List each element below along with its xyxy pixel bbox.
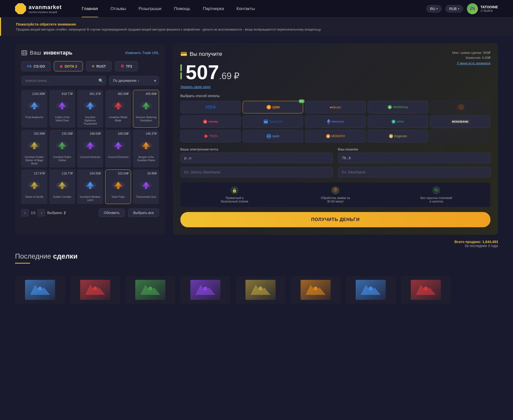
- item-card[interactable]: 619.77₽ Codicil of the Veiled Ones: [49, 90, 75, 128]
- pagination-row: ‹ 1/1 › Выбрано: 2 Обновить Выбрать все: [21, 208, 159, 217]
- svg-point-56: [148, 287, 152, 291]
- item-card[interactable]: 233.36₽ Inscribed Sullen Hollow: [49, 130, 75, 167]
- tab-csgo[interactable]: CS CS:GO: [21, 61, 51, 71]
- payment-qiwi[interactable]: 0% Q QIWI: [243, 101, 303, 113]
- payment-monero[interactable]: M MONERO: [305, 130, 365, 142]
- currency-selector[interactable]: RUB ▾: [445, 5, 463, 13]
- nav-partner[interactable]: Партнерка: [203, 6, 224, 11]
- payment-dogecoin[interactable]: Ð Dogecoin: [368, 130, 428, 142]
- nav-home[interactable]: Главная: [82, 6, 98, 11]
- custom-price-link[interactable]: Указать свою цену: [180, 85, 239, 89]
- payment-visa[interactable]: VISA: [180, 101, 241, 113]
- payment-bitcoin[interactable]: ●bitcoin: [305, 101, 365, 113]
- item-price: 30.95₽: [135, 172, 157, 175]
- nav-reviews[interactable]: Отзывы: [110, 6, 126, 11]
- rust-icon: ⊕: [92, 64, 94, 68]
- search-input[interactable]: [21, 76, 106, 85]
- payment-grid: VISA 0% Q QIWI ●bitcoin W WebMoney: [180, 101, 490, 142]
- payment-webmoney[interactable]: W WebMoney: [368, 101, 428, 113]
- svg-point-4: [61, 103, 63, 105]
- item-card[interactable]: 146.37₽ Apogee of the Guardian Flame: [133, 130, 159, 167]
- prev-page-button[interactable]: ‹: [21, 209, 29, 217]
- item-name: Codicil of the Veiled Ones: [52, 116, 73, 122]
- submit-button[interactable]: ПОЛУЧИТЬ ДЕНЬГИ: [180, 212, 490, 227]
- item-name: Leviathan Whale Blade: [107, 116, 129, 122]
- item-name: Inscribed Golden Basher of Mage Skulls: [24, 155, 45, 165]
- tab-tf2[interactable]: ⚙ TF2: [115, 61, 138, 71]
- inventory-header: Ваш инвентарь Изменить Trade URL: [21, 50, 159, 56]
- select-all-button[interactable]: Выбрать все: [128, 208, 159, 217]
- svg-point-66: [424, 287, 428, 291]
- logo-subtitle: скупка игровых вещей: [29, 11, 62, 14]
- item-card[interactable]: 601.37₽ Inscribed Righteous Thunderbolt: [77, 90, 103, 128]
- user-menu[interactable]: 🎮 TATOOINE ⊙ Выйти: [467, 3, 498, 14]
- inventory-icon: [21, 50, 27, 56]
- item-card[interactable]: 30.95₽ Transversant Soul: [133, 169, 159, 204]
- amount-decimal: .69: [219, 71, 231, 81]
- tether-icon: ₮ tether: [391, 119, 405, 124]
- amount-main: 507 .69 ₽: [186, 62, 239, 82]
- privat24-icon: П24 Приват24: [264, 119, 283, 124]
- chevron-down-icon: ▾: [458, 7, 459, 11]
- item-card[interactable]: 189.03₽ Concord Dominion: [105, 130, 131, 167]
- tab-dota2[interactable]: ◈ DOTA 2: [54, 61, 83, 71]
- trade-url-link[interactable]: Изменить Trade URL: [125, 51, 159, 55]
- svg-point-30: [145, 183, 147, 185]
- game-tabs: CS CS:GO ◈ DOTA 2 ⊕ RUST ⚙ TF2: [21, 61, 159, 71]
- main-nav: Главная Отзывы Розыгрыши Помощь Партнерк…: [82, 6, 426, 11]
- list-item: [125, 276, 175, 304]
- sort-select[interactable]: По дешевизне ↑: [109, 76, 159, 85]
- nav-contacts[interactable]: Контакты: [236, 6, 255, 11]
- item-card[interactable]: 102.04₽ Solar Forge: [105, 169, 131, 204]
- refresh-button[interactable]: Обновить: [98, 208, 125, 217]
- surname-input[interactable]: [338, 167, 490, 177]
- promo-link[interactable]: У меня есть промокод: [457, 61, 490, 65]
- deal-image: [25, 280, 55, 300]
- user-name: TATOOINE: [480, 5, 498, 9]
- language-selector[interactable]: RU ▾: [426, 5, 442, 13]
- feature-private-text: Приватный и безопасный платеж: [218, 196, 251, 203]
- email-input[interactable]: [180, 153, 333, 163]
- item-card[interactable]: 405.65₽ Genuine Skittering Desolation: [133, 90, 159, 128]
- item-name: Inscribed Hidrakan Latch: [79, 195, 101, 202]
- fullname-input[interactable]: [180, 167, 333, 177]
- item-image: [52, 97, 73, 114]
- item-card[interactable]: 332.89₽ Inscribed Golden Basher of Mage …: [21, 130, 47, 167]
- next-page-button[interactable]: ›: [38, 209, 45, 217]
- feature-processing-text: Обработка заявки за 30-60 минут: [319, 196, 352, 203]
- item-price: 102.04₽: [107, 172, 129, 175]
- payment-monobank[interactable]: MONOBANK: [430, 115, 490, 128]
- payment-ripple[interactable]: ripple: [243, 130, 303, 142]
- wallet-input[interactable]: [338, 153, 490, 163]
- item-name: Transversant Soul: [135, 195, 157, 198]
- amount-bars: [180, 62, 182, 79]
- item-name: Inscribed Righteous Thunderbolt: [79, 116, 101, 125]
- deal-image: [301, 280, 331, 300]
- item-card[interactable]: 104.55₽ Inscribed Hidrakan Latch: [77, 169, 103, 204]
- item-price: 189.03₽: [107, 132, 129, 135]
- item-card[interactable]: 1242.89₽ Frost Avalanche: [21, 90, 47, 128]
- wallet-label: Ваш кошелек: [338, 147, 490, 151]
- item-image: [135, 176, 157, 194]
- logo[interactable]: avanmarket скупка игровых вещей: [15, 3, 62, 14]
- nav-giveaways[interactable]: Розыгрыши: [139, 6, 161, 11]
- payment-tron[interactable]: TRON: [180, 130, 241, 142]
- item-card[interactable]: 118.77₽ Golden Cyrridae: [49, 169, 75, 204]
- nav-help[interactable]: Помощь: [174, 6, 190, 11]
- avatar: 🎮: [467, 3, 478, 14]
- tab-rust[interactable]: ⊕ RUST: [86, 61, 112, 71]
- payment-privat24[interactable]: П24 Приват24: [243, 115, 303, 128]
- item-price: 1242.89₽: [24, 92, 45, 96]
- payment-ethereum[interactable]: ethereum: [305, 115, 365, 128]
- item-image: [52, 176, 73, 194]
- item-price: 127.97₽: [24, 172, 45, 175]
- item-image: [24, 176, 45, 194]
- webmoney-icon: W WebMoney: [388, 105, 408, 109]
- item-card[interactable]: 189.03₽ Concord Dominion: [77, 130, 103, 167]
- search-button[interactable]: 🔍: [98, 78, 103, 83]
- payment-money[interactable]: 10 money: [180, 115, 241, 128]
- logout-link[interactable]: ⊙ Выйти: [480, 9, 498, 13]
- item-card[interactable]: 482.60₽ Leviathan Whale Blade: [105, 90, 131, 128]
- item-card[interactable]: 127.97₽ Glaive of Oscilla: [21, 169, 47, 204]
- payment-tether[interactable]: ₮ tether: [368, 115, 428, 128]
